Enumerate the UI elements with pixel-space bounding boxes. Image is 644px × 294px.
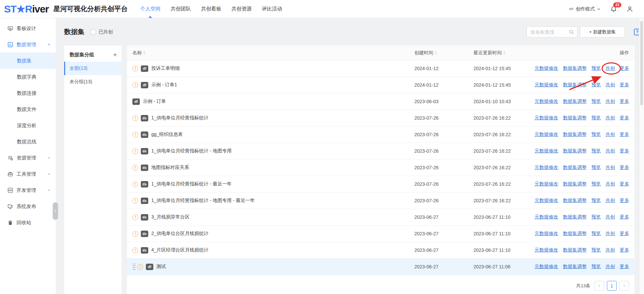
action-preview[interactable]: 预览: [591, 115, 601, 121]
sidebar-subitem[interactable]: 数据文件: [0, 101, 56, 117]
sidebar-item[interactable]: 系统发布: [0, 198, 56, 214]
checkbox-box[interactable]: [91, 29, 96, 35]
action-edit-metadata[interactable]: 元数据修改: [535, 247, 558, 253]
sidebar-subitem[interactable]: 深度分析: [0, 117, 56, 134]
action-preview[interactable]: 预览: [591, 198, 601, 204]
creation-mode-toggle[interactable]: 创作模式: [569, 6, 601, 12]
action-cocreate[interactable]: 共创: [606, 131, 615, 138]
action-adjust-dataset[interactable]: 数据集调整: [563, 214, 587, 220]
action-cocreate[interactable]: 共创: [606, 198, 615, 204]
action-cocreate[interactable]: 共创: [606, 264, 615, 270]
table-row[interactable]: !ds1_供电单位月经营指标统计 - 地图专用2023-07-262023-07…: [127, 143, 635, 159]
action-adjust-dataset[interactable]: 数据集调整: [563, 148, 587, 154]
action-edit-metadata[interactable]: 元数据修改: [535, 181, 558, 187]
action-edit-metadata[interactable]: 元数据修改: [535, 131, 558, 138]
table-row[interactable]: !ds地图指标对应关系2023-07-262023-07-26 16:22元数据…: [127, 159, 635, 176]
table-row[interactable]: !df示例 - 订单12024-01-122024-01-12 15:45元数据…: [127, 77, 635, 93]
action-more[interactable]: 更多: [620, 115, 629, 121]
action-adjust-dataset[interactable]: 数据集调整: [563, 131, 587, 138]
action-adjust-dataset[interactable]: 数据集调整: [563, 82, 587, 88]
group-item[interactable]: 未分组(13): [64, 75, 122, 89]
action-edit-metadata[interactable]: 元数据修改: [535, 231, 558, 237]
action-adjust-dataset[interactable]: 数据集调整: [563, 98, 587, 105]
action-preview[interactable]: 预览: [591, 82, 601, 88]
nav-item-3[interactable]: 共创看板: [196, 0, 226, 18]
table-row[interactable]: !df测试2023-06-272023-06-27 11:06元数据修改数据集调…: [127, 259, 635, 275]
action-adjust-dataset[interactable]: 数据集调整: [563, 181, 587, 187]
table-row[interactable]: !ds1_供电单位月经营指标统计2023-07-262023-07-26 16:…: [127, 110, 635, 126]
sidebar-subitem[interactable]: 数据连接: [0, 85, 56, 101]
action-cocreate[interactable]: 共创: [606, 181, 615, 187]
table-row[interactable]: !dsgg_组织信息表2023-07-262023-07-26 16:22元数据…: [127, 126, 635, 143]
app-logo[interactable]: ST★River: [4, 3, 49, 15]
action-more[interactable]: 更多: [620, 264, 629, 270]
action-preview[interactable]: 预览: [591, 231, 601, 237]
sidebar-item[interactable]: 开发管理: [0, 182, 56, 198]
table-row[interactable]: !ds1_供电单位月经营指标统计 - 地图专用 - 最近一年2023-07-26…: [127, 193, 635, 209]
sidebar-item[interactable]: 工具管理: [0, 166, 56, 182]
action-edit-metadata[interactable]: 元数据修改: [535, 82, 558, 88]
table-row[interactable]: !ds3_月线损异常台区2023-06-272023-06-27 11:10元数…: [127, 209, 635, 226]
action-more[interactable]: 更多: [620, 98, 629, 105]
action-preview[interactable]: 预览: [591, 65, 601, 71]
action-adjust-dataset[interactable]: 数据集调整: [563, 115, 587, 121]
add-group-button[interactable]: +: [113, 52, 117, 58]
action-more[interactable]: 更多: [620, 198, 629, 204]
prev-page-button[interactable]: [594, 281, 604, 291]
table-row[interactable]: !ds1_供电单位月经营指标统计 - 最近一年2023-07-262023-07…: [127, 176, 635, 193]
scrollbar-thumb[interactable]: [640, 21, 643, 105]
action-cocreate[interactable]: 共创: [606, 115, 615, 121]
search-icon[interactable]: [569, 29, 574, 35]
action-cocreate[interactable]: 共创: [606, 247, 615, 253]
table-row[interactable]: !ds4_片区经理台区月线损统计2023-06-272023-06-27 11:…: [127, 242, 635, 259]
action-cocreate[interactable]: 共创: [606, 98, 615, 105]
table-row[interactable]: df示例 - 订单2023-06-032024-01-10 10:43元数据修改…: [127, 93, 635, 110]
action-preview[interactable]: 预览: [591, 214, 601, 220]
action-adjust-dataset[interactable]: 数据集调整: [563, 231, 587, 237]
table-row[interactable]: !ds2_供电单位台区月线损统计2023-06-272023-06-27 11:…: [127, 226, 635, 242]
action-more[interactable]: 更多: [620, 65, 629, 71]
action-cocreate[interactable]: 共创: [606, 82, 615, 88]
next-page-button[interactable]: [619, 281, 629, 291]
action-edit-metadata[interactable]: 元数据修改: [535, 148, 558, 154]
action-more[interactable]: 更多: [620, 214, 629, 220]
action-cocreate[interactable]: 共创: [606, 148, 615, 154]
action-more[interactable]: 更多: [620, 247, 629, 253]
action-cocreate[interactable]: 共创: [606, 65, 615, 71]
action-preview[interactable]: 预览: [591, 181, 601, 187]
action-adjust-dataset[interactable]: 数据集调整: [563, 247, 587, 253]
nav-item-2[interactable]: 共创团队: [165, 0, 196, 18]
user-avatar-button[interactable]: [626, 6, 633, 12]
sidebar-collapse-handle[interactable]: [53, 202, 58, 220]
action-preview[interactable]: 预览: [591, 247, 601, 253]
action-edit-metadata[interactable]: 元数据修改: [535, 214, 558, 220]
page-number-button[interactable]: 1: [607, 281, 617, 291]
notifications-button[interactable]: 22: [610, 6, 617, 12]
action-adjust-dataset[interactable]: 数据集调整: [563, 165, 587, 171]
sidebar-item[interactable]: 数据管理: [0, 36, 56, 53]
action-more[interactable]: 更多: [620, 165, 629, 171]
nav-item-4[interactable]: 共创资源: [226, 0, 257, 18]
action-preview[interactable]: 预览: [591, 165, 601, 171]
action-adjust-dataset[interactable]: 数据集调整: [563, 65, 587, 71]
action-more[interactable]: 更多: [620, 231, 629, 237]
action-preview[interactable]: 预览: [591, 264, 601, 270]
sidebar-subitem[interactable]: 数据总线: [0, 134, 56, 150]
sidebar-item[interactable]: 看板设计: [0, 20, 56, 36]
sidebar-subitem[interactable]: 数据集: [0, 53, 56, 69]
action-adjust-dataset[interactable]: 数据集调整: [563, 198, 587, 204]
action-adjust-dataset[interactable]: 数据集调整: [563, 264, 587, 270]
scrollbar-track[interactable]: [639, 18, 644, 294]
nav-item-1[interactable]: 个人空间: [135, 0, 165, 18]
shared-filter-checkbox[interactable]: 已共创: [91, 29, 113, 35]
action-more[interactable]: 更多: [620, 181, 629, 187]
action-cocreate[interactable]: 共创: [606, 214, 615, 220]
action-preview[interactable]: 预览: [591, 148, 601, 154]
new-dataset-button[interactable]: + 新建数据集: [580, 26, 625, 37]
nav-item-5[interactable]: 评比活动: [257, 0, 287, 18]
action-preview[interactable]: 预览: [591, 98, 601, 105]
action-edit-metadata[interactable]: 元数据修改: [535, 165, 558, 171]
action-edit-metadata[interactable]: 元数据修改: [535, 198, 558, 204]
action-edit-metadata[interactable]: 元数据修改: [535, 98, 558, 105]
action-preview[interactable]: 预览: [591, 131, 601, 138]
